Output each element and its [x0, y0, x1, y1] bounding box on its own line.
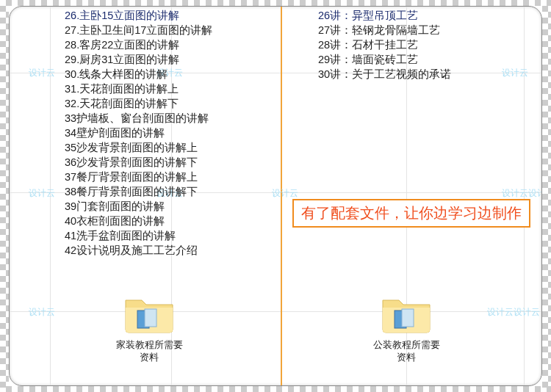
list-item: 33护墙板、窗台剖面图的讲解 — [65, 111, 212, 126]
vgrid — [524, 7, 525, 385]
checker-border-right — [542, 0, 551, 392]
list-item: 38餐厅背景剖面图的讲解下 — [65, 184, 212, 199]
checker-border-top — [0, 0, 551, 6]
watermark: 设计云 — [29, 306, 55, 319]
list-item: 34壁炉剖面图的讲解 — [65, 126, 212, 140]
checker-border-left — [0, 0, 9, 392]
page-frame: 设计云 设计云 设计云 设计云 设计云 设计云 设计云 设计云设计云 设计云设计… — [9, 6, 542, 386]
folder-icon — [123, 293, 176, 334]
list-item: 41洗手盆剖面图的讲解 — [65, 228, 212, 243]
svg-rect-3 — [402, 309, 414, 327]
promo-box: 有了配套文件，让你边学习边制作 — [292, 199, 530, 228]
folder-label: 家装教程所需要 资料 — [90, 338, 208, 363]
list-item: 37餐厅背景剖面图的讲解上 — [65, 170, 212, 184]
list-item: 36沙发背景剖面图的讲解下 — [65, 155, 212, 170]
folder-label-line: 资料 — [90, 351, 208, 363]
folder-label-line: 公装教程所需要 — [347, 338, 465, 351]
folder-icon — [380, 293, 433, 334]
folder-label-line: 资料 — [347, 351, 465, 363]
watermark: 设计云设计云 — [487, 306, 540, 319]
list-item: 40衣柜剖面图的讲解 — [65, 214, 212, 228]
folder-label-line: 家装教程所需要 — [90, 338, 208, 351]
list-item: 42设计说明及施工工艺介绍 — [65, 243, 212, 258]
list-item: 30.线条大样图的讲解 — [65, 67, 212, 81]
list-item: 28讲：石材干挂工艺 — [318, 37, 451, 52]
list-item: 26讲：异型吊顶工艺 — [318, 8, 451, 23]
svg-rect-1 — [145, 309, 156, 327]
vgrid — [50, 7, 51, 385]
folder-left[interactable]: 家装教程所需要 资料 — [90, 293, 208, 363]
list-item: 30讲：关于工艺视频的承诺 — [318, 67, 451, 81]
list-item: 27.主卧卫生间17立面图的讲解 — [65, 23, 212, 37]
list-item: 28.客房22立面图的讲解 — [65, 37, 212, 52]
list-item: 39门套剖面图的讲解 — [65, 199, 212, 214]
list-item: 29讲：墙面瓷砖工艺 — [318, 52, 451, 67]
right-list: 26讲：异型吊顶工艺 27讲：轻钢龙骨隔墙工艺 28讲：石材干挂工艺 29讲：墙… — [318, 8, 451, 81]
checker-border-bottom — [0, 386, 551, 392]
list-item: 29.厨房31立面图的讲解 — [65, 52, 212, 67]
page-spine — [281, 7, 282, 385]
list-item: 32.天花剖面图的讲解下 — [65, 96, 212, 111]
list-item: 26.主卧15立面图的讲解 — [65, 8, 212, 23]
list-item: 35沙发背景剖面图的讲解上 — [65, 140, 212, 155]
list-item: 27讲：轻钢龙骨隔墙工艺 — [318, 23, 451, 37]
folder-label: 公装教程所需要 资料 — [347, 338, 465, 363]
watermark: 设计云 — [272, 187, 298, 200]
list-item: 31.天花剖面图的讲解上 — [65, 81, 212, 96]
left-list: 26.主卧15立面图的讲解 27.主卧卫生间17立面图的讲解 28.客房22立面… — [65, 8, 212, 258]
watermark: 设计云 — [29, 187, 55, 200]
folder-right[interactable]: 公装教程所需要 资料 — [347, 293, 465, 363]
watermark: 设计云设计云 — [502, 187, 542, 200]
